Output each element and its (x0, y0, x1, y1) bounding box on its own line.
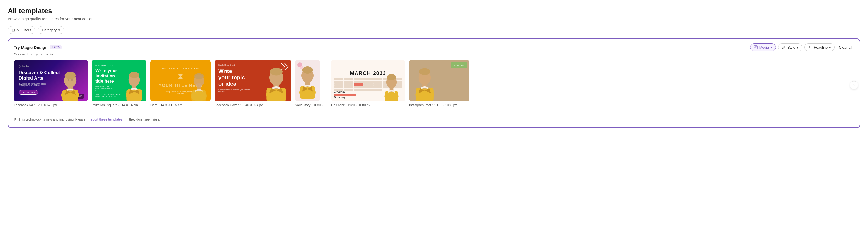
category-label: Category (42, 28, 57, 32)
headline-pill[interactable]: T Headline ▾ (804, 44, 835, 51)
ig-promo-tag: Promo Tag (451, 62, 467, 68)
headline-chevron-icon: ▾ (829, 45, 831, 50)
thumb-card: ADD A SHORT DESCRIPTION ⧗ YOUR TITLE HER… (150, 60, 211, 101)
thumb-instagram: Promo Tag (409, 60, 469, 101)
template-card-calendar[interactable]: MARCH 2023 GiveawayGiveawayGiveaway (331, 60, 405, 107)
fc-desc: Briefly elaborate on what you want todis… (218, 89, 250, 92)
svg-point-29 (302, 66, 313, 74)
magic-title: Try Magic Design (14, 45, 48, 50)
thumb-facebook-ad: ⬡ thynke Discover & CollectDigital Arts … (14, 60, 88, 101)
flag-icon: ⚑ (14, 117, 17, 121)
magic-title-row: Try Magic Design BETA (14, 45, 62, 50)
ad-bust-sculpture (57, 68, 84, 101)
ad-cta-button[interactable]: Discover Now (19, 90, 38, 95)
instagram-label: Instagram Post • 1080 × 1080 px (409, 103, 469, 107)
thumb-invitation: Really great brand Write yourinvitationt… (92, 60, 147, 101)
magic-design-panel: Try Magic Design BETA Media ▾ (8, 38, 860, 128)
chevron-down-icon: ▾ (58, 28, 60, 32)
ad-headline: Discover & CollectDigital Arts (19, 70, 60, 81)
beta-badge: BETA (50, 45, 61, 49)
svg-point-39 (419, 68, 430, 75)
svg-rect-36 (415, 88, 434, 101)
inv-date: Starts XYX · XX 20XX · XX:XXEnds XYX · X… (95, 94, 122, 97)
magic-controls: Media ▾ Style ▾ (750, 44, 854, 51)
template-card-facebook-ad[interactable]: ⬡ thynke Discover & CollectDigital Arts … (14, 60, 88, 107)
inv-desc: Briefly elaborate onwhat the invitation … (95, 86, 122, 91)
thumb-fb-cover: Really Great Brand Writeyour topicor ide… (215, 60, 291, 101)
template-card-invitation[interactable]: Really great brand Write yourinvitationt… (92, 60, 147, 107)
card-subtitle: ADD A SHORT DESCRIPTION (162, 67, 198, 70)
all-filters-label: All Filters (17, 28, 31, 32)
media-pill[interactable]: Media ▾ (750, 44, 776, 51)
page-title: All templates (8, 7, 860, 15)
story-bust-sculpture (297, 63, 318, 98)
facebook-cover-label: Facebook Cover • 1640 × 924 px (215, 103, 291, 107)
card-hourglass-icon: ⧗ (178, 72, 183, 81)
templates-scroll-container: ⬡ thynke Discover & CollectDigital Arts … (14, 60, 854, 110)
filter-bar: ⊟ All Filters Category ▾ (8, 26, 860, 34)
facebook-ad-label: Facebook Ad • 1200 × 628 px (14, 103, 88, 107)
fc-content: Really Great Brand Writeyour topicor ide… (218, 64, 250, 92)
card-label: Card • 14.8 × 10.5 cm (150, 103, 211, 107)
inv-bust-sculpture (122, 68, 147, 101)
template-card-facebook-cover[interactable]: Really Great Brand Writeyour topicor ide… (215, 60, 291, 107)
cal-bust-sculpture (380, 71, 402, 101)
svg-rect-11 (126, 89, 142, 101)
category-button[interactable]: Category ▾ (38, 26, 64, 34)
media-label: Media (760, 45, 769, 50)
sliders-icon: ⊟ (12, 28, 15, 32)
invitation-label: Invitation (Square) • 14 × 14 cm (92, 103, 147, 107)
style-icon (782, 45, 786, 50)
thumb-calendar: MARCH 2023 GiveawayGiveawayGiveaway (331, 60, 405, 101)
page-container: All templates Browse high quality templa… (0, 0, 868, 128)
svg-rect-31 (384, 91, 398, 101)
headline-label: Headline (814, 45, 828, 50)
report-link[interactable]: report these templates (90, 117, 122, 121)
thumb-story (295, 60, 320, 101)
media-chevron-icon: ▾ (770, 45, 772, 50)
svg-point-8 (68, 79, 69, 81)
created-from-label: Created from your media (14, 52, 854, 56)
ad-logo: ⬡ thynke (19, 65, 60, 68)
headline-icon: T (808, 45, 812, 50)
inv-tag: Really great brand (95, 64, 122, 66)
svg-rect-26 (300, 86, 315, 98)
style-pill[interactable]: Style ▾ (778, 44, 802, 51)
fc-bust-sculpture (261, 64, 291, 101)
svg-point-1 (755, 47, 755, 47)
ig-bust-sculpture (412, 64, 438, 101)
fc-brand: Really Great Brand (218, 64, 250, 66)
style-chevron-icon: ▾ (797, 45, 799, 50)
svg-point-24 (270, 68, 283, 76)
template-card-instagram[interactable]: Promo Tag Instagram Post • 1080 × 1080 p… (409, 60, 469, 107)
card-bust-sculpture (187, 70, 211, 101)
svg-point-34 (386, 74, 396, 80)
media-icon (753, 45, 758, 50)
svg-point-14 (129, 72, 140, 78)
svg-rect-21 (267, 88, 286, 101)
notice-end: if they don't seem right. (127, 117, 161, 121)
template-card-card[interactable]: ADD A SHORT DESCRIPTION ⧗ YOUR TITLE HER… (150, 60, 211, 107)
notice-text: This technology is new and improving. Pl… (19, 117, 85, 121)
ad-content: ⬡ thynke Discover & CollectDigital Arts … (19, 65, 60, 95)
svg-text:T: T (809, 46, 810, 49)
scroll-right-arrow[interactable]: › (850, 81, 858, 89)
fc-title: Writeyour topicor idea (218, 68, 250, 87)
magic-panel-header: Try Magic Design BETA Media ▾ (14, 44, 854, 51)
inv-title: Write yourinvitationtitle here (95, 68, 122, 84)
your-story-label: Your Story • 1080 × ... (295, 103, 327, 107)
templates-row: ⬡ thynke Discover & CollectDigital Arts … (14, 60, 854, 110)
svg-point-7 (65, 72, 76, 79)
svg-point-19 (194, 73, 204, 79)
template-card-your-story[interactable]: Your Story • 1080 × ... (295, 60, 327, 107)
page-subtitle: Browse high quality templates for your n… (8, 17, 860, 21)
all-filters-button[interactable]: ⊟ All Filters (8, 26, 35, 34)
footer-notice: ⚑ This technology is new and improving. … (14, 114, 854, 123)
inv-content: Really great brand Write yourinvitationt… (95, 64, 122, 97)
style-label: Style (787, 45, 795, 50)
svg-rect-16 (191, 90, 206, 101)
calendar-label: Calendar • 1920 × 1080 px (331, 103, 405, 107)
ad-subtitle: Buy digital art from 1000+ artistsor sel… (19, 83, 60, 87)
cal-red-strip (334, 94, 356, 96)
clear-all-button[interactable]: Clear all (837, 44, 854, 51)
